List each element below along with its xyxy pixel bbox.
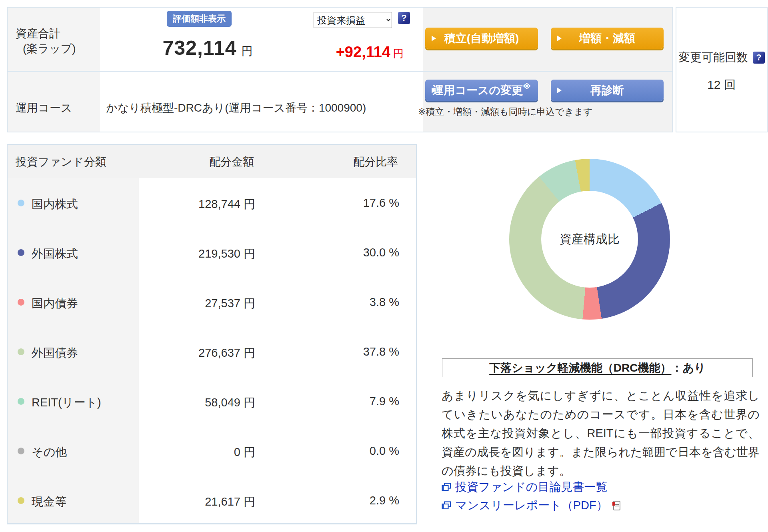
table-row: 国内債券27,537 円3.8 %	[8, 277, 416, 327]
profit-unit: 円	[393, 48, 404, 60]
prospectus-link[interactable]: 投資ファンドの目論見書一覧	[442, 479, 607, 495]
category-label: その他	[32, 444, 67, 460]
monthly-report-link[interactable]: マンスリーレポート（PDF）	[442, 498, 621, 514]
course-change-asterisk: ※	[523, 80, 530, 93]
drc-feature-title: 下落ショック軽減機能（DRC機能）	[489, 360, 671, 376]
allocation-amount: 21,617 円	[147, 494, 255, 510]
asset-summary-panel: 資産合計 (楽ラップ) 評価額非表示 732,114 円 投資来損益 ? +92…	[7, 7, 673, 132]
course-value: かなり積極型-DRCあり(運用コース番号：1000900)	[106, 100, 366, 116]
rediagnosis-button[interactable]: 再診断	[551, 80, 664, 101]
asset-total-label-line2: (楽ラップ)	[16, 41, 76, 56]
allocation-amount: 58,049 円	[147, 395, 255, 411]
course-row-label: 運用コース	[16, 100, 72, 116]
total-asset-unit: 円	[241, 44, 252, 59]
allocation-amount: 219,530 円	[147, 246, 255, 262]
course-change-button-label: 運用コースの変更	[432, 83, 523, 98]
category-label: 外国債券	[32, 345, 78, 361]
allocation-ratio: 3.8 %	[287, 296, 399, 309]
category-label: 国内株式	[32, 196, 78, 212]
table-row: 外国株式219,530 円30.0 %	[8, 228, 416, 277]
monthly-report-link-label: マンスリーレポート（PDF）	[455, 498, 608, 514]
category-color-dot	[18, 200, 24, 206]
drc-feature-status: ：あり	[671, 360, 705, 376]
change-count-help-icon[interactable]: ?	[753, 52, 765, 64]
table-row: 現金等21,617 円2.9 %	[8, 476, 416, 525]
category-color-dot	[18, 398, 24, 405]
rediagnosis-button-label: 再診断	[590, 83, 624, 98]
allocation-ratio: 37.8 %	[287, 345, 399, 358]
category-label: 外国株式	[32, 246, 78, 262]
asset-total-label: 資産合計 (楽ラップ)	[16, 26, 76, 56]
category-label: 現金等	[32, 494, 66, 510]
total-asset-amount: 732,114 円	[128, 36, 288, 60]
prospectus-link-label: 投資ファンドの目論見書一覧	[455, 479, 607, 495]
allocation-table: 投資ファンド分類 配分金額 配分比率 国内株式128,744 円17.6 %外国…	[7, 144, 417, 524]
table-row: REIT(リート)58,049 円7.9 %	[8, 376, 416, 426]
table-row: その他0 円0.0 %	[8, 426, 416, 476]
total-asset-value: 732,114	[163, 36, 237, 60]
category-color-dot	[18, 448, 24, 454]
allocation-amount: 128,744 円	[147, 196, 255, 212]
allocation-ratio: 7.9 %	[287, 395, 399, 408]
pl-help-icon[interactable]: ?	[398, 12, 410, 24]
table-row: 外国債券276,637 円37.8 %	[8, 327, 416, 376]
change-count-label: 変更可能回数	[678, 50, 748, 66]
allocation-table-header: 投資ファンド分類 配分金額 配分比率	[8, 145, 416, 178]
profit-amount: +92,114円	[284, 44, 404, 61]
allocation-table-body: 国内株式128,744 円17.6 %外国株式219,530 円30.0 %国内…	[8, 178, 416, 523]
pl-period-select[interactable]: 投資来損益	[314, 12, 392, 28]
allocation-amount: 0 円	[147, 444, 255, 460]
tsumitate-button-label: 積立(自動増額)	[444, 31, 519, 46]
arrow-icon	[557, 88, 562, 93]
header-category: 投資ファンド分類	[16, 154, 106, 170]
course-change-button[interactable]: 運用コースの変更※	[425, 80, 538, 101]
window-icon	[442, 501, 451, 510]
allocation-amount: 27,537 円	[147, 296, 255, 312]
donut-chart-title: 資産構成比	[560, 231, 620, 248]
header-amount: 配分金額	[168, 154, 296, 170]
change-count-panel: 変更可能回数 ? 12 回	[676, 7, 768, 132]
drc-feature-box: 下落ショック軽減機能（DRC機能）：あり	[442, 358, 753, 377]
arrow-icon	[557, 36, 562, 41]
asset-composition-donut-chart: 資産構成比	[509, 159, 670, 320]
category-color-dot	[18, 249, 24, 256]
header-ratio: 配分比率	[328, 154, 424, 170]
zougaku-gengaku-button-label: 増額・減額	[579, 31, 635, 46]
category-label: REIT(リート)	[32, 395, 101, 411]
row-divider	[8, 71, 672, 72]
hide-valuation-badge[interactable]: 評価額非表示	[167, 11, 232, 27]
allocation-ratio: 0.0 %	[287, 444, 399, 458]
category-label: 国内債券	[32, 296, 78, 312]
change-count-value: 12 回	[707, 77, 736, 93]
category-color-dot	[18, 497, 24, 504]
category-color-dot	[18, 299, 24, 306]
pdf-icon	[612, 500, 621, 511]
profit-value: +92,114	[336, 44, 390, 60]
asset-total-label-line1: 資産合計	[16, 26, 76, 41]
arrow-icon	[432, 88, 436, 93]
category-color-dot	[18, 348, 24, 355]
window-icon	[442, 483, 451, 492]
allocation-ratio: 17.6 %	[287, 196, 399, 210]
allocation-ratio: 30.0 %	[287, 246, 399, 259]
arrow-icon	[432, 36, 436, 41]
donut-hole: 資産構成比	[541, 191, 638, 288]
course-description: あまりリスクを気にしすぎずに、とことん収益性を追求していきたいあなたのためのコー…	[442, 386, 760, 480]
allocation-ratio: 2.9 %	[287, 494, 399, 507]
allocation-amount: 276,637 円	[147, 345, 255, 361]
tsumitate-button[interactable]: 積立(自動増額)	[425, 28, 538, 49]
course-note: ※積立・増額・減額も同時に申込できます	[418, 106, 593, 118]
table-row: 国内株式128,744 円17.6 %	[8, 178, 416, 228]
zougaku-gengaku-button[interactable]: 増額・減額	[551, 28, 664, 49]
